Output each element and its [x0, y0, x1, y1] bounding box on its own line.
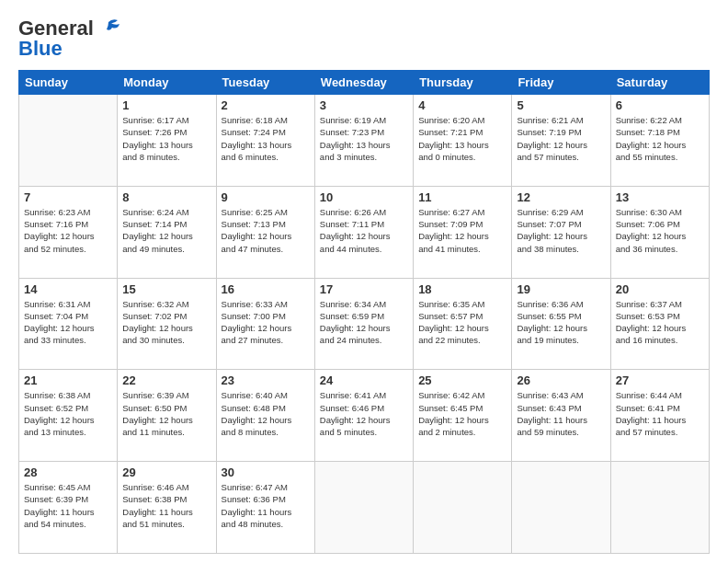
calendar-cell: 28Sunrise: 6:45 AM Sunset: 6:39 PM Dayli…	[19, 462, 118, 554]
day-info: Sunrise: 6:47 AM Sunset: 6:36 PM Dayligh…	[222, 481, 310, 530]
calendar-cell: 18Sunrise: 6:35 AM Sunset: 6:57 PM Dayli…	[414, 278, 512, 370]
day-number: 4	[418, 98, 506, 112]
calendar-cell: 27Sunrise: 6:44 AM Sunset: 6:41 PM Dayli…	[610, 370, 709, 462]
calendar-cell: 8Sunrise: 6:24 AM Sunset: 7:14 PM Daylig…	[118, 186, 216, 278]
day-number: 14	[24, 282, 112, 296]
calendar-cell: 22Sunrise: 6:39 AM Sunset: 6:50 PM Dayli…	[118, 370, 216, 462]
day-number: 17	[320, 282, 408, 296]
calendar-cell	[314, 462, 413, 554]
day-number: 25	[418, 373, 506, 387]
calendar-header-friday: Friday	[512, 71, 610, 95]
day-info: Sunrise: 6:33 AM Sunset: 7:00 PM Dayligh…	[222, 298, 310, 347]
calendar-week-4: 21Sunrise: 6:38 AM Sunset: 6:52 PM Dayli…	[19, 370, 710, 462]
day-info: Sunrise: 6:20 AM Sunset: 7:21 PM Dayligh…	[418, 114, 506, 163]
calendar-week-3: 14Sunrise: 6:31 AM Sunset: 7:04 PM Dayli…	[19, 278, 710, 370]
calendar-cell: 2Sunrise: 6:18 AM Sunset: 7:24 PM Daylig…	[216, 95, 314, 187]
day-info: Sunrise: 6:41 AM Sunset: 6:46 PM Dayligh…	[320, 389, 408, 438]
day-number: 3	[320, 98, 408, 112]
calendar-cell	[512, 462, 610, 554]
calendar-header-tuesday: Tuesday	[216, 71, 314, 95]
day-info: Sunrise: 6:35 AM Sunset: 6:57 PM Dayligh…	[418, 298, 506, 347]
calendar-cell: 1Sunrise: 6:17 AM Sunset: 7:26 PM Daylig…	[118, 95, 216, 187]
day-number: 30	[222, 465, 310, 479]
calendar-week-1: 1Sunrise: 6:17 AM Sunset: 7:26 PM Daylig…	[19, 95, 710, 187]
day-number: 22	[122, 373, 210, 387]
day-info: Sunrise: 6:29 AM Sunset: 7:07 PM Dayligh…	[517, 206, 605, 255]
calendar-cell: 10Sunrise: 6:26 AM Sunset: 7:11 PM Dayli…	[314, 186, 413, 278]
calendar-cell: 20Sunrise: 6:37 AM Sunset: 6:53 PM Dayli…	[610, 278, 709, 370]
day-info: Sunrise: 6:36 AM Sunset: 6:55 PM Dayligh…	[517, 298, 605, 347]
day-info: Sunrise: 6:27 AM Sunset: 7:09 PM Dayligh…	[418, 206, 506, 255]
day-info: Sunrise: 6:40 AM Sunset: 6:48 PM Dayligh…	[222, 389, 310, 438]
calendar-cell: 19Sunrise: 6:36 AM Sunset: 6:55 PM Dayli…	[512, 278, 610, 370]
calendar-header-row: SundayMondayTuesdayWednesdayThursdayFrid…	[19, 71, 710, 95]
day-number: 20	[616, 282, 704, 296]
calendar-cell: 26Sunrise: 6:43 AM Sunset: 6:43 PM Dayli…	[512, 370, 610, 462]
day-info: Sunrise: 6:44 AM Sunset: 6:41 PM Dayligh…	[616, 389, 704, 438]
day-number: 24	[320, 373, 408, 387]
logo-blue: Blue	[18, 37, 63, 61]
calendar-cell	[610, 462, 709, 554]
calendar-cell: 21Sunrise: 6:38 AM Sunset: 6:52 PM Dayli…	[19, 370, 118, 462]
calendar-cell: 4Sunrise: 6:20 AM Sunset: 7:21 PM Daylig…	[414, 95, 512, 187]
day-info: Sunrise: 6:42 AM Sunset: 6:45 PM Dayligh…	[418, 389, 506, 438]
calendar-cell: 16Sunrise: 6:33 AM Sunset: 7:00 PM Dayli…	[216, 278, 314, 370]
calendar-cell: 25Sunrise: 6:42 AM Sunset: 6:45 PM Dayli…	[414, 370, 512, 462]
calendar-cell	[414, 462, 512, 554]
calendar-cell: 17Sunrise: 6:34 AM Sunset: 6:59 PM Dayli…	[314, 278, 413, 370]
day-number: 27	[616, 373, 704, 387]
calendar-cell: 7Sunrise: 6:23 AM Sunset: 7:16 PM Daylig…	[19, 186, 118, 278]
day-info: Sunrise: 6:30 AM Sunset: 7:06 PM Dayligh…	[616, 206, 704, 255]
day-info: Sunrise: 6:24 AM Sunset: 7:14 PM Dayligh…	[122, 206, 210, 255]
day-info: Sunrise: 6:17 AM Sunset: 7:26 PM Dayligh…	[122, 114, 210, 163]
day-number: 23	[222, 373, 310, 387]
day-number: 12	[517, 190, 605, 204]
logo: General Blue	[18, 17, 121, 61]
calendar-header-wednesday: Wednesday	[314, 71, 413, 95]
day-info: Sunrise: 6:38 AM Sunset: 6:52 PM Dayligh…	[24, 389, 112, 438]
day-info: Sunrise: 6:31 AM Sunset: 7:04 PM Dayligh…	[24, 298, 112, 347]
day-info: Sunrise: 6:23 AM Sunset: 7:16 PM Dayligh…	[24, 206, 112, 255]
calendar-cell: 14Sunrise: 6:31 AM Sunset: 7:04 PM Dayli…	[19, 278, 118, 370]
day-number: 13	[616, 190, 704, 204]
calendar-header-monday: Monday	[118, 71, 216, 95]
day-number: 2	[222, 98, 310, 112]
day-info: Sunrise: 6:21 AM Sunset: 7:19 PM Dayligh…	[517, 114, 605, 163]
day-number: 8	[122, 190, 210, 204]
day-number: 10	[320, 190, 408, 204]
day-info: Sunrise: 6:22 AM Sunset: 7:18 PM Dayligh…	[616, 114, 704, 163]
day-info: Sunrise: 6:32 AM Sunset: 7:02 PM Dayligh…	[122, 298, 210, 347]
logo-bird-icon	[96, 18, 121, 39]
calendar-cell: 9Sunrise: 6:25 AM Sunset: 7:13 PM Daylig…	[216, 186, 314, 278]
calendar-cell: 13Sunrise: 6:30 AM Sunset: 7:06 PM Dayli…	[610, 186, 709, 278]
calendar-cell: 11Sunrise: 6:27 AM Sunset: 7:09 PM Dayli…	[414, 186, 512, 278]
day-info: Sunrise: 6:46 AM Sunset: 6:38 PM Dayligh…	[122, 481, 210, 530]
day-info: Sunrise: 6:45 AM Sunset: 6:39 PM Dayligh…	[24, 481, 112, 530]
calendar-cell	[19, 95, 118, 187]
day-info: Sunrise: 6:34 AM Sunset: 6:59 PM Dayligh…	[320, 298, 408, 347]
calendar-cell: 12Sunrise: 6:29 AM Sunset: 7:07 PM Dayli…	[512, 186, 610, 278]
calendar-cell: 6Sunrise: 6:22 AM Sunset: 7:18 PM Daylig…	[610, 95, 709, 187]
day-number: 19	[517, 282, 605, 296]
day-number: 18	[418, 282, 506, 296]
day-number: 26	[517, 373, 605, 387]
calendar-cell: 5Sunrise: 6:21 AM Sunset: 7:19 PM Daylig…	[512, 95, 610, 187]
day-info: Sunrise: 6:18 AM Sunset: 7:24 PM Dayligh…	[222, 114, 310, 163]
calendar-cell: 3Sunrise: 6:19 AM Sunset: 7:23 PM Daylig…	[314, 95, 413, 187]
day-info: Sunrise: 6:37 AM Sunset: 6:53 PM Dayligh…	[616, 298, 704, 347]
day-info: Sunrise: 6:43 AM Sunset: 6:43 PM Dayligh…	[517, 389, 605, 438]
calendar-cell: 30Sunrise: 6:47 AM Sunset: 6:36 PM Dayli…	[216, 462, 314, 554]
day-number: 15	[122, 282, 210, 296]
day-number: 11	[418, 190, 506, 204]
calendar-cell: 23Sunrise: 6:40 AM Sunset: 6:48 PM Dayli…	[216, 370, 314, 462]
day-number: 28	[24, 465, 112, 479]
day-number: 1	[122, 98, 210, 112]
day-number: 9	[222, 190, 310, 204]
day-number: 5	[517, 98, 605, 112]
calendar-cell: 15Sunrise: 6:32 AM Sunset: 7:02 PM Dayli…	[118, 278, 216, 370]
day-info: Sunrise: 6:25 AM Sunset: 7:13 PM Dayligh…	[222, 206, 310, 255]
calendar-header-saturday: Saturday	[610, 71, 709, 95]
calendar-header-thursday: Thursday	[414, 71, 512, 95]
calendar-header-sunday: Sunday	[19, 71, 118, 95]
calendar-week-2: 7Sunrise: 6:23 AM Sunset: 7:16 PM Daylig…	[19, 186, 710, 278]
